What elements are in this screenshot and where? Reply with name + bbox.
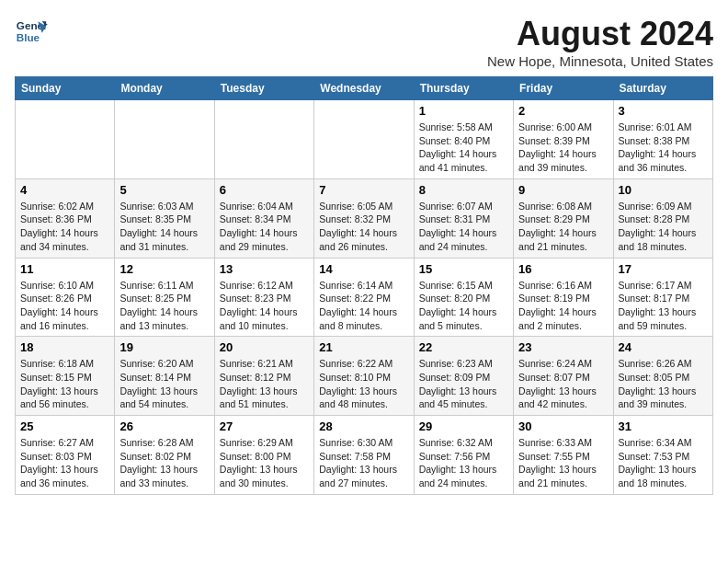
day-number: 10: [619, 183, 708, 197]
day-info: Sunrise: 6:14 AM Sunset: 8:22 PM Dayligh…: [319, 279, 408, 333]
header-cell-sunday: Sunday: [16, 77, 115, 100]
day-cell: 20Sunrise: 6:21 AM Sunset: 8:12 PM Dayli…: [214, 337, 313, 416]
day-cell: 4Sunrise: 6:02 AM Sunset: 8:36 PM Daylig…: [16, 178, 115, 258]
calendar-subtitle: New Hope, Minnesota, United States: [487, 53, 713, 69]
day-info: Sunrise: 6:22 AM Sunset: 8:10 PM Dayligh…: [319, 357, 408, 411]
day-cell: 27Sunrise: 6:29 AM Sunset: 8:00 PM Dayli…: [214, 416, 313, 495]
day-info: Sunrise: 6:28 AM Sunset: 8:02 PM Dayligh…: [119, 436, 209, 490]
day-number: 21: [319, 340, 408, 354]
day-cell: 11Sunrise: 6:10 AM Sunset: 8:26 PM Dayli…: [16, 258, 115, 337]
header-cell-saturday: Saturday: [613, 77, 712, 100]
day-number: 28: [319, 419, 408, 433]
day-info: Sunrise: 6:26 AM Sunset: 8:05 PM Dayligh…: [619, 357, 708, 411]
day-info: Sunrise: 6:24 AM Sunset: 8:07 PM Dayligh…: [518, 357, 608, 411]
day-number: 2: [518, 104, 608, 118]
day-cell: 5Sunrise: 6:03 AM Sunset: 8:35 PM Daylig…: [115, 178, 214, 258]
day-number: 31: [619, 419, 708, 433]
day-cell: 6Sunrise: 6:04 AM Sunset: 8:34 PM Daylig…: [214, 178, 313, 258]
day-number: 25: [20, 419, 109, 433]
day-number: 1: [419, 104, 508, 118]
day-info: Sunrise: 6:04 AM Sunset: 8:34 PM Dayligh…: [220, 200, 309, 254]
day-number: 15: [419, 262, 508, 276]
day-number: 4: [20, 183, 109, 197]
day-number: 26: [119, 419, 209, 433]
day-cell: [16, 100, 115, 179]
week-row-5: 25Sunrise: 6:27 AM Sunset: 8:03 PM Dayli…: [16, 416, 713, 495]
svg-text:Blue: Blue: [17, 31, 40, 43]
day-number: 18: [20, 340, 109, 354]
day-cell: 22Sunrise: 6:23 AM Sunset: 8:09 PM Dayli…: [414, 337, 513, 416]
week-row-1: 1Sunrise: 5:58 AM Sunset: 8:40 PM Daylig…: [16, 100, 713, 179]
day-number: 3: [619, 104, 708, 118]
day-cell: 12Sunrise: 6:11 AM Sunset: 8:25 PM Dayli…: [115, 258, 214, 337]
day-cell: 10Sunrise: 6:09 AM Sunset: 8:28 PM Dayli…: [613, 178, 712, 258]
day-info: Sunrise: 6:08 AM Sunset: 8:29 PM Dayligh…: [518, 200, 608, 254]
header-cell-monday: Monday: [115, 77, 214, 100]
day-cell: 23Sunrise: 6:24 AM Sunset: 8:07 PM Dayli…: [514, 337, 613, 416]
day-info: Sunrise: 6:00 AM Sunset: 8:39 PM Dayligh…: [518, 121, 608, 175]
day-cell: 29Sunrise: 6:32 AM Sunset: 7:56 PM Dayli…: [414, 416, 513, 495]
day-info: Sunrise: 6:17 AM Sunset: 8:17 PM Dayligh…: [619, 279, 708, 333]
day-number: 19: [119, 340, 209, 354]
day-cell: 30Sunrise: 6:33 AM Sunset: 7:55 PM Dayli…: [514, 416, 613, 495]
day-cell: 17Sunrise: 6:17 AM Sunset: 8:17 PM Dayli…: [613, 258, 712, 337]
day-cell: 31Sunrise: 6:34 AM Sunset: 7:53 PM Dayli…: [613, 416, 712, 495]
day-info: Sunrise: 6:11 AM Sunset: 8:25 PM Dayligh…: [119, 279, 209, 333]
week-row-2: 4Sunrise: 6:02 AM Sunset: 8:36 PM Daylig…: [16, 178, 713, 258]
day-cell: 21Sunrise: 6:22 AM Sunset: 8:10 PM Dayli…: [314, 337, 414, 416]
day-cell: 19Sunrise: 6:20 AM Sunset: 8:14 PM Dayli…: [115, 337, 214, 416]
day-cell: 26Sunrise: 6:28 AM Sunset: 8:02 PM Dayli…: [115, 416, 214, 495]
header-cell-tuesday: Tuesday: [214, 77, 313, 100]
day-cell: 18Sunrise: 6:18 AM Sunset: 8:15 PM Dayli…: [16, 337, 115, 416]
day-info: Sunrise: 6:30 AM Sunset: 7:58 PM Dayligh…: [319, 436, 408, 490]
day-number: 14: [319, 262, 408, 276]
day-info: Sunrise: 6:33 AM Sunset: 7:55 PM Dayligh…: [518, 436, 608, 490]
day-number: 29: [419, 419, 508, 433]
day-cell: [214, 100, 313, 179]
header-cell-thursday: Thursday: [414, 77, 513, 100]
week-row-4: 18Sunrise: 6:18 AM Sunset: 8:15 PM Dayli…: [16, 337, 713, 416]
day-info: Sunrise: 6:23 AM Sunset: 8:09 PM Dayligh…: [419, 357, 508, 411]
day-cell: 16Sunrise: 6:16 AM Sunset: 8:19 PM Dayli…: [514, 258, 613, 337]
day-cell: 7Sunrise: 6:05 AM Sunset: 8:32 PM Daylig…: [314, 178, 414, 258]
day-number: 30: [518, 419, 608, 433]
day-cell: 9Sunrise: 6:08 AM Sunset: 8:29 PM Daylig…: [514, 178, 613, 258]
day-cell: 25Sunrise: 6:27 AM Sunset: 8:03 PM Dayli…: [16, 416, 115, 495]
day-number: 7: [319, 183, 408, 197]
calendar-title: August 2024: [487, 15, 713, 53]
day-cell: 8Sunrise: 6:07 AM Sunset: 8:31 PM Daylig…: [414, 178, 513, 258]
day-info: Sunrise: 6:02 AM Sunset: 8:36 PM Dayligh…: [20, 200, 109, 254]
logo-icon: General Blue: [15, 15, 48, 48]
day-info: Sunrise: 6:15 AM Sunset: 8:20 PM Dayligh…: [419, 279, 508, 333]
day-cell: 1Sunrise: 5:58 AM Sunset: 8:40 PM Daylig…: [414, 100, 513, 179]
week-row-3: 11Sunrise: 6:10 AM Sunset: 8:26 PM Dayli…: [16, 258, 713, 337]
day-number: 5: [119, 183, 209, 197]
day-number: 13: [220, 262, 309, 276]
day-info: Sunrise: 6:20 AM Sunset: 8:14 PM Dayligh…: [119, 357, 209, 411]
day-cell: 2Sunrise: 6:00 AM Sunset: 8:39 PM Daylig…: [514, 100, 613, 179]
day-info: Sunrise: 6:01 AM Sunset: 8:38 PM Dayligh…: [619, 121, 708, 175]
day-number: 20: [220, 340, 309, 354]
logo: General Blue: [15, 15, 48, 48]
day-number: 11: [20, 262, 109, 276]
day-cell: 24Sunrise: 6:26 AM Sunset: 8:05 PM Dayli…: [613, 337, 712, 416]
day-info: Sunrise: 6:29 AM Sunset: 8:00 PM Dayligh…: [220, 436, 309, 490]
day-number: 27: [220, 419, 309, 433]
day-info: Sunrise: 6:16 AM Sunset: 8:19 PM Dayligh…: [518, 279, 608, 333]
day-number: 23: [518, 340, 608, 354]
day-info: Sunrise: 6:27 AM Sunset: 8:03 PM Dayligh…: [20, 436, 109, 490]
day-info: Sunrise: 6:07 AM Sunset: 8:31 PM Dayligh…: [419, 200, 508, 254]
day-cell: 13Sunrise: 6:12 AM Sunset: 8:23 PM Dayli…: [214, 258, 313, 337]
calendar-table: SundayMondayTuesdayWednesdayThursdayFrid…: [15, 76, 713, 495]
day-number: 12: [119, 262, 209, 276]
day-cell: [314, 100, 414, 179]
header: General Blue August 2024 New Hope, Minne…: [15, 15, 713, 69]
day-number: 17: [619, 262, 708, 276]
day-info: Sunrise: 6:03 AM Sunset: 8:35 PM Dayligh…: [119, 200, 209, 254]
day-info: Sunrise: 5:58 AM Sunset: 8:40 PM Dayligh…: [419, 121, 508, 175]
title-area: August 2024 New Hope, Minnesota, United …: [487, 15, 713, 69]
day-number: 6: [220, 183, 309, 197]
calendar-header-row: SundayMondayTuesdayWednesdayThursdayFrid…: [16, 77, 713, 100]
day-cell: 3Sunrise: 6:01 AM Sunset: 8:38 PM Daylig…: [613, 100, 712, 179]
day-number: 8: [419, 183, 508, 197]
